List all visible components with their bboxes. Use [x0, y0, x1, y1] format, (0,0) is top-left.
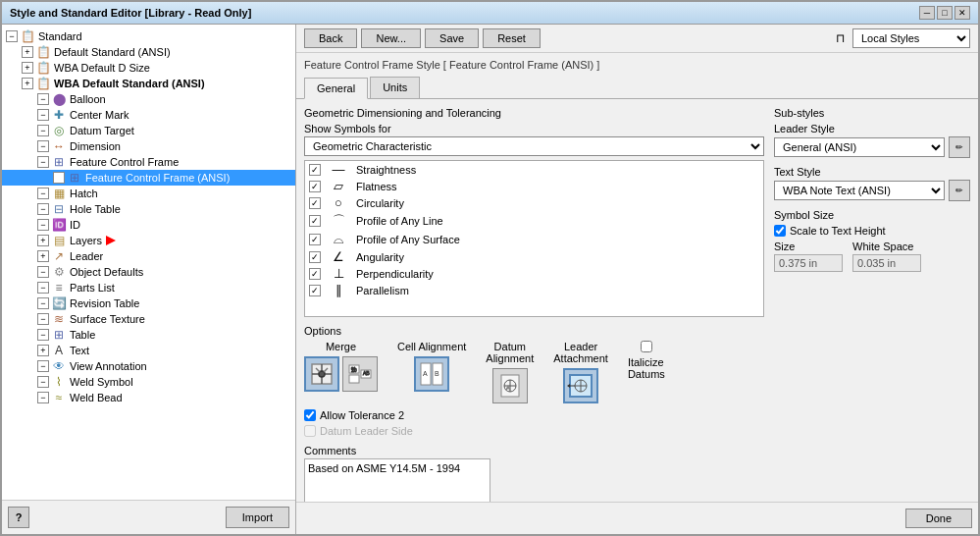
done-button[interactable]: Done [905, 509, 972, 528]
expand-icon[interactable]: − [37, 297, 49, 309]
merge-button-1[interactable] [304, 356, 339, 392]
help-button[interactable]: ? [8, 507, 29, 528]
expand-icon[interactable]: − [37, 140, 49, 152]
cell-alignment-button[interactable]: A B [414, 356, 449, 392]
tab-units[interactable]: Units [370, 77, 420, 98]
tree-item[interactable]: − ≈ Weld Bead [2, 390, 295, 405]
gdt-item-checkbox-4[interactable]: ✓ [309, 234, 321, 245]
gdt-item-checkbox-7[interactable]: ✓ [309, 285, 321, 296]
tree-item[interactable]: − ≋ Surface Texture [2, 311, 295, 327]
tree-item[interactable]: − ⊟ Hole Table [2, 201, 295, 217]
text-style-label: Text Style [774, 166, 970, 178]
tree-item[interactable]: − 🆔 ID [2, 217, 295, 233]
maximize-button[interactable]: □ [937, 6, 953, 20]
close-button[interactable]: ✕ [954, 6, 970, 20]
expand-icon[interactable]: − [37, 360, 49, 372]
objectdefaults-icon: ⚙ [51, 265, 67, 279]
scale-label: Scale to Text Height [790, 225, 886, 237]
tree-item[interactable]: ⊞ Feature Control Frame (ANSI) [2, 170, 295, 186]
tree-item[interactable]: − ⬤ Balloon [2, 91, 295, 107]
reset-button[interactable]: Reset [483, 28, 541, 48]
gdt-list-item: ✓ ⊥ Perpendicularity [305, 265, 763, 282]
tree-item[interactable]: − 📋 Standard [2, 28, 295, 44]
svg-text:AB: AB [363, 370, 370, 376]
gdt-symbol-5: ∠ [327, 249, 350, 264]
datum-leader-checkbox[interactable] [304, 425, 316, 437]
tree-item[interactable]: − 👁 View Annotation [2, 358, 295, 374]
expand-icon[interactable]: + [37, 235, 49, 246]
italicize-checkbox[interactable] [641, 341, 652, 352]
tree-item[interactable]: + A Text [2, 343, 295, 358]
gdt-item-checkbox-1[interactable]: ✓ [309, 181, 321, 192]
expand-icon[interactable]: + [22, 46, 33, 58]
expand-icon[interactable]: + [22, 78, 33, 89]
tree-item[interactable]: − ≡ Parts List [2, 280, 295, 295]
datum-alignment-button[interactable]: A [492, 368, 528, 403]
gdt-item-checkbox-5[interactable]: ✓ [309, 251, 321, 263]
gdt-item-checkbox-0[interactable]: ✓ [309, 164, 321, 176]
merge-button-2[interactable]: 10 01 AB [342, 356, 378, 392]
tree-item[interactable]: − ⊞ Table [2, 327, 295, 343]
save-button[interactable]: Save [425, 28, 479, 48]
tree-item[interactable]: + 📋 Default Standard (ANSI) [2, 44, 295, 60]
tab-general[interactable]: General [304, 78, 368, 99]
comments-title: Comments [304, 445, 970, 456]
expand-icon[interactable]: − [37, 125, 49, 136]
expand-icon[interactable]: − [37, 109, 49, 121]
tree-item-label: Text [70, 345, 89, 356]
expand-icon[interactable]: − [37, 282, 49, 294]
tree-item-label: Weld Bead [70, 392, 123, 403]
expand-icon[interactable]: − [37, 392, 49, 403]
expand-icon[interactable]: − [37, 188, 49, 199]
local-styles-dropdown[interactable]: Local Styles [852, 28, 970, 48]
text-style-edit-button[interactable]: ✏ [949, 180, 970, 201]
tree-item[interactable]: + 📋 WBA Default D Size [2, 60, 295, 76]
tree-item[interactable]: − ⊞ Feature Control Frame [2, 154, 295, 170]
expand-icon[interactable]: − [37, 156, 49, 168]
import-button[interactable]: Import [226, 507, 289, 528]
tree-item[interactable]: − ◎ Datum Target [2, 123, 295, 138]
gdt-item-checkbox-3[interactable]: ✓ [309, 215, 321, 227]
leader-attachment-button[interactable] [563, 368, 598, 403]
tree-item[interactable]: − ▦ Hatch [2, 186, 295, 201]
expand-icon[interactable]: + [37, 345, 49, 356]
text-style-dropdown[interactable]: WBA Note Text (ANSI) [774, 181, 945, 200]
expand-icon[interactable]: + [37, 250, 49, 262]
gdt-dropdown[interactable]: Geometric Characteristic [304, 136, 764, 156]
expand-icon[interactable]: − [37, 203, 49, 215]
datum-alignment-label: Datum Alignment [486, 341, 534, 364]
merge-buttons: 10 01 AB [304, 356, 378, 392]
tree-item[interactable]: − ⚙ Object Defaults [2, 264, 295, 280]
tree-item[interactable]: + ▤ Layers [2, 233, 295, 248]
expand-icon[interactable] [53, 172, 65, 184]
minimize-button[interactable]: ─ [919, 6, 935, 20]
leader-style-edit-button[interactable]: ✏ [949, 136, 970, 158]
tree-item[interactable]: + ↗ Leader [2, 248, 295, 264]
gdt-item-checkbox-2[interactable]: ✓ [309, 197, 321, 209]
expand-icon[interactable]: − [37, 93, 49, 105]
size-row: Size White Space [774, 241, 970, 272]
expand-icon[interactable]: − [6, 30, 18, 42]
tree-item[interactable]: − ⌇ Weld Symbol [2, 374, 295, 390]
white-space-input[interactable] [852, 254, 921, 272]
expand-icon[interactable]: − [37, 329, 49, 341]
symbol-size-section: Symbol Size Scale to Text Height Size [774, 209, 970, 272]
expand-icon[interactable]: + [22, 62, 33, 74]
expand-icon[interactable]: − [37, 313, 49, 325]
allow-tol2-checkbox[interactable] [304, 409, 316, 421]
gdt-item-checkbox-6[interactable]: ✓ [309, 268, 321, 280]
leader-style-dropdown[interactable]: General (ANSI) [774, 137, 945, 157]
tree-item[interactable]: − ✚ Center Mark [2, 107, 295, 123]
expand-icon[interactable]: − [37, 376, 49, 388]
size-input[interactable] [774, 254, 843, 272]
tree-item[interactable]: + 📋 WBA Default Standard (ANSI) [2, 76, 295, 91]
comments-textarea[interactable] [304, 458, 490, 502]
expand-icon[interactable]: − [37, 266, 49, 278]
new-button[interactable]: New... [361, 28, 421, 48]
tree-item[interactable]: − 🔄 Revision Table [2, 295, 295, 311]
back-button[interactable]: Back [304, 28, 357, 48]
expand-icon[interactable]: − [37, 219, 49, 231]
scale-checkbox[interactable] [774, 225, 786, 237]
gdt-list-item: ✓ ⌓ Profile of Any Surface [305, 231, 763, 248]
tree-item[interactable]: − ↔ Dimension [2, 138, 295, 154]
